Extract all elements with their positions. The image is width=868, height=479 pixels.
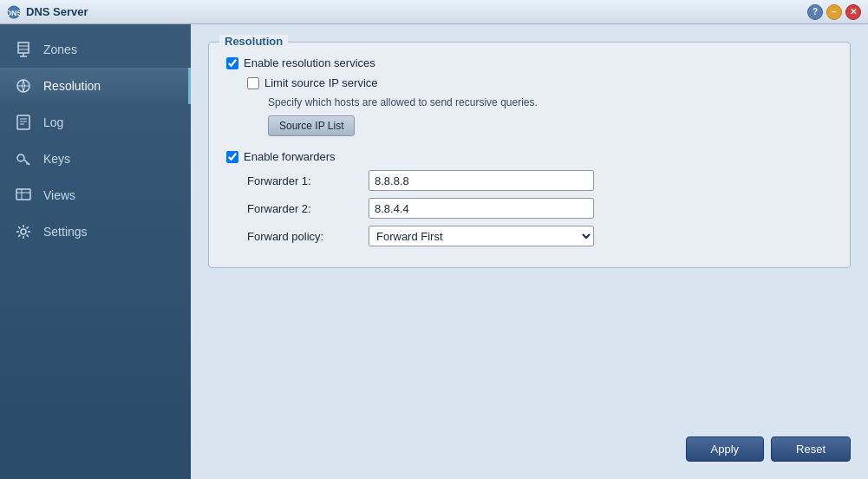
titlebar-left: DNS DNS Server <box>7 5 88 19</box>
sidebar-item-log[interactable]: Log <box>0 104 191 141</box>
enable-resolution-checkbox[interactable] <box>226 57 238 69</box>
resolution-panel: Resolution Enable resolution services Li… <box>208 42 851 268</box>
enable-forwarders-label: Enable forwarders <box>244 150 336 163</box>
svg-point-13 <box>17 154 24 161</box>
forward-policy-select[interactable]: Forward First Forward Only No Forward <box>369 226 594 246</box>
forward-policy-label: Forward policy: <box>247 230 369 243</box>
content-area: Resolution Enable resolution services Li… <box>191 24 868 479</box>
sidebar-item-keys[interactable]: Keys <box>0 141 191 177</box>
sidebar-settings-label: Settings <box>43 225 88 239</box>
app-icon: DNS <box>7 5 21 19</box>
svg-rect-9 <box>17 115 29 129</box>
enable-forwarders-row: Enable forwarders <box>226 150 832 163</box>
forwarder2-label: Forwarder 2: <box>247 202 369 215</box>
svg-point-20 <box>21 229 26 234</box>
forwarder1-row: Forwarder 1: <box>247 170 832 191</box>
forward-policy-row: Forward policy: Forward First Forward On… <box>247 226 832 246</box>
resolution-icon <box>14 76 33 95</box>
enable-resolution-row: Enable resolution services <box>226 56 832 69</box>
zones-icon <box>14 40 33 59</box>
enable-forwarders-checkbox[interactable] <box>226 151 238 163</box>
close-button[interactable]: ✕ <box>845 4 861 20</box>
forwarder1-input[interactable] <box>369 170 594 191</box>
sidebar-item-zones[interactable]: Zones <box>0 31 191 68</box>
limit-source-ip-label: Limit source IP service <box>264 76 378 89</box>
forwarder2-input[interactable] <box>369 198 594 219</box>
minimize-button[interactable]: − <box>826 4 842 20</box>
titlebar: DNS DNS Server ? − ✕ <box>0 0 868 24</box>
sidebar-item-resolution[interactable]: Resolution <box>0 68 191 104</box>
svg-text:DNS: DNS <box>7 9 21 17</box>
help-button[interactable]: ? <box>807 4 823 20</box>
resolution-indent: Limit source IP service Specify which ho… <box>247 76 832 147</box>
main-container: Zones Resolution <box>0 24 868 479</box>
source-ip-indent: Specify which hosts are allowed to send … <box>268 96 832 147</box>
forwarders-indent: Forwarder 1: Forwarder 2: Forward policy… <box>247 170 832 246</box>
sidebar-views-label: Views <box>43 188 75 202</box>
sidebar-log-label: Log <box>43 115 63 129</box>
limit-source-ip-row: Limit source IP service <box>247 76 832 89</box>
log-icon <box>14 113 33 132</box>
forwarders-section: Enable forwarders Forwarder 1: Forwarder… <box>226 150 832 246</box>
sidebar-item-settings[interactable]: Settings <box>0 213 191 250</box>
views-icon <box>14 186 33 205</box>
hint-text: Specify which hosts are allowed to send … <box>268 96 832 108</box>
forwarder1-label: Forwarder 1: <box>247 174 369 187</box>
svg-line-16 <box>29 163 29 164</box>
limit-source-ip-checkbox[interactable] <box>247 77 259 89</box>
app-title: DNS Server <box>26 5 88 18</box>
titlebar-controls: ? − ✕ <box>807 4 861 20</box>
panel-title: Resolution <box>219 35 288 48</box>
source-ip-list-button[interactable]: Source IP List <box>268 115 355 136</box>
reset-button[interactable]: Reset <box>771 436 851 462</box>
bottom-bar: Apply Reset <box>208 430 851 462</box>
svg-marker-2 <box>18 43 29 53</box>
svg-rect-17 <box>16 189 30 200</box>
sidebar-keys-label: Keys <box>43 152 70 166</box>
keys-icon <box>14 149 33 168</box>
sidebar-zones-label: Zones <box>43 43 77 56</box>
settings-icon <box>14 222 33 241</box>
forwarder2-row: Forwarder 2: <box>247 198 832 219</box>
sidebar-resolution-label: Resolution <box>43 79 101 93</box>
sidebar-item-views[interactable]: Views <box>0 177 191 213</box>
apply-button[interactable]: Apply <box>686 436 765 462</box>
sidebar: Zones Resolution <box>0 24 191 479</box>
enable-resolution-label: Enable resolution services <box>244 56 375 69</box>
